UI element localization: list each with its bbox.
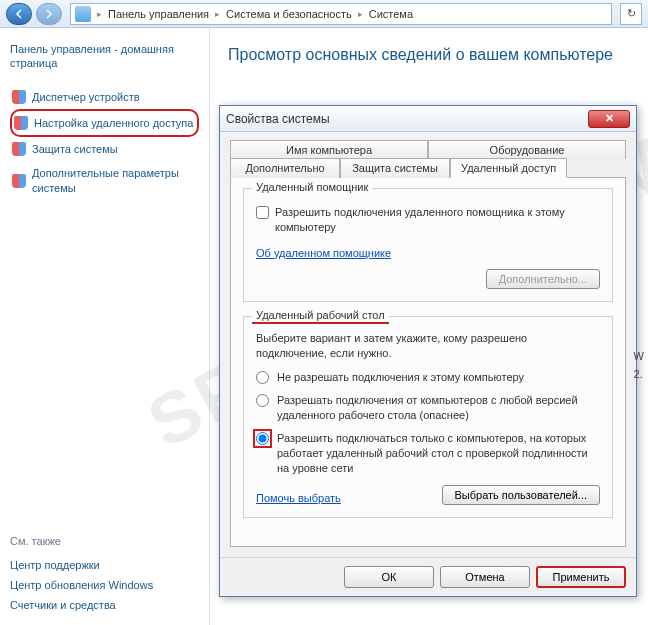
ok-button[interactable]: ОК [344, 566, 434, 588]
cancel-button[interactable]: Отмена [440, 566, 530, 588]
remote-desktop-description: Выберите вариант и затем укажите, кому р… [256, 331, 600, 361]
chevron-right-icon: ▸ [358, 9, 363, 19]
sidebar-link-label: Диспетчер устройств [32, 90, 140, 104]
window-chrome: ▸ Панель управления ▸ Система и безопасн… [0, 0, 648, 28]
tab-panel-remote: Удаленный помощник Разрешить подключения… [230, 177, 626, 547]
shield-icon [12, 90, 26, 104]
allow-remote-assistance-checkbox[interactable]: Разрешить подключения удаленного помощни… [256, 205, 600, 235]
shield-icon [12, 142, 26, 156]
system-icon [75, 6, 91, 22]
radio-input[interactable] [256, 432, 269, 445]
shield-icon [12, 174, 26, 188]
dialog-footer: ОК Отмена Применить [220, 557, 636, 596]
chevron-right-icon: ▸ [215, 9, 220, 19]
select-users-button[interactable]: Выбрать пользователей... [442, 485, 601, 505]
sidebar-link-label: Защита системы [32, 142, 118, 156]
dialog-title: Свойства системы [226, 112, 330, 126]
tab-system-protection[interactable]: Защита системы [340, 158, 450, 178]
checkbox-label: Разрешить подключения удаленного помощни… [275, 205, 600, 235]
hint-text: W 2. [634, 350, 644, 380]
footer-link-performance[interactable]: Счетчики и средства [10, 595, 200, 615]
radio-label: Разрешать подключения от компьютеров с л… [277, 393, 600, 423]
sidebar: Панель управления - домашняя страница Ди… [0, 28, 210, 625]
sidebar-title: Панель управления - домашняя страница [10, 42, 199, 71]
breadcrumb-item[interactable]: Панель управления [108, 8, 209, 20]
shield-icon [14, 116, 28, 130]
sidebar-footer-head: См. также [10, 535, 200, 547]
help-choose-link[interactable]: Помочь выбрать [256, 492, 341, 504]
group-legend: Удаленный рабочий стол [252, 309, 389, 324]
sidebar-link-system-protection[interactable]: Защита системы [10, 137, 199, 161]
radio-allow-any[interactable]: Разрешать подключения от компьютеров с л… [256, 393, 600, 423]
system-properties-dialog: Свойства системы ✕ Имя компьютера Оборуд… [219, 105, 637, 597]
close-button[interactable]: ✕ [588, 110, 630, 128]
radio-label: Разрешить подключаться только с компьюте… [277, 431, 600, 476]
remote-assistance-group: Удаленный помощник Разрешить подключения… [243, 188, 613, 302]
group-legend: Удаленный помощник [252, 181, 372, 193]
radio-allow-nla[interactable]: Разрешить подключаться только с компьюте… [256, 431, 600, 476]
tab-remote[interactable]: Удаленный доступ [450, 158, 567, 178]
radio-label: Не разрешать подключения к этому компьют… [277, 370, 524, 385]
footer-link-windows-update[interactable]: Центр обновления Windows [10, 575, 200, 595]
address-bar[interactable]: ▸ Панель управления ▸ Система и безопасн… [70, 3, 612, 25]
breadcrumb-item[interactable]: Система [369, 8, 413, 20]
breadcrumb-item[interactable]: Система и безопасность [226, 8, 352, 20]
remote-desktop-group: Удаленный рабочий стол Выберите вариант … [243, 316, 613, 519]
radio-dont-allow[interactable]: Не разрешать подключения к этому компьют… [256, 370, 600, 385]
about-remote-assistance-link[interactable]: Об удаленном помощнике [256, 247, 391, 259]
sidebar-link-advanced-settings[interactable]: Дополнительные параметры системы [10, 161, 199, 200]
back-button[interactable] [6, 3, 32, 25]
tab-computer-name[interactable]: Имя компьютера [230, 140, 428, 159]
sidebar-link-device-manager[interactable]: Диспетчер устройств [10, 85, 199, 109]
page-title: Просмотр основных сведений о вашем компь… [228, 46, 638, 64]
refresh-button[interactable]: ↻ [620, 3, 642, 25]
sidebar-link-label: Настройка удаленного доступа [34, 116, 193, 130]
forward-button[interactable] [36, 3, 62, 25]
radio-input[interactable] [256, 371, 269, 384]
footer-link-action-center[interactable]: Центр поддержки [10, 555, 200, 575]
advanced-button[interactable]: Дополнительно... [486, 269, 600, 289]
dialog-titlebar[interactable]: Свойства системы ✕ [220, 106, 636, 132]
tab-advanced[interactable]: Дополнительно [230, 158, 340, 178]
radio-input[interactable] [256, 394, 269, 407]
tab-hardware[interactable]: Оборудование [428, 140, 626, 159]
checkbox-input[interactable] [256, 206, 269, 219]
apply-button[interactable]: Применить [536, 566, 626, 588]
chevron-right-icon: ▸ [97, 9, 102, 19]
sidebar-footer: См. также Центр поддержки Центр обновлен… [10, 535, 200, 615]
sidebar-link-label: Дополнительные параметры системы [32, 166, 197, 195]
sidebar-link-remote-settings[interactable]: Настройка удаленного доступа [10, 109, 199, 137]
